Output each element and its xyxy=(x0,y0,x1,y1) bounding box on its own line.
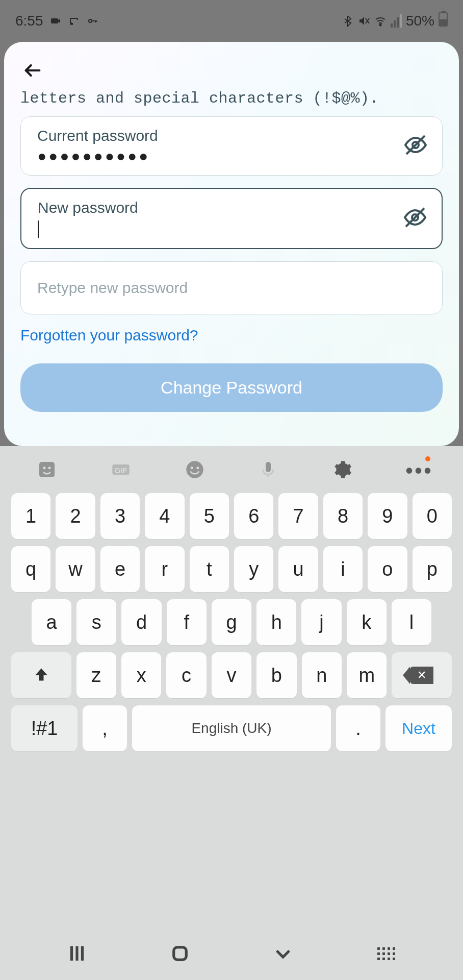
key-o[interactable]: o xyxy=(368,546,407,592)
retype-password-field[interactable]: Retype new password xyxy=(20,261,443,314)
key-f[interactable]: f xyxy=(167,599,207,645)
change-password-modal: letters and special characters (!$@%). C… xyxy=(4,42,459,446)
svg-point-16 xyxy=(186,461,203,478)
key-7[interactable]: 7 xyxy=(278,493,318,539)
status-left: 6:55 xyxy=(15,13,98,29)
retype-password-placeholder: Retype new password xyxy=(37,279,396,297)
key-r[interactable]: r xyxy=(145,546,184,592)
svg-point-17 xyxy=(190,467,193,469)
symbols-key[interactable]: !#1 xyxy=(11,705,78,751)
vpn-key-icon xyxy=(86,15,98,27)
cast-icon xyxy=(68,15,80,27)
svg-point-12 xyxy=(43,467,46,469)
new-password-value xyxy=(38,219,396,238)
key-d[interactable]: d xyxy=(121,599,161,645)
toggle-visibility-new-icon[interactable] xyxy=(403,205,427,232)
svg-rect-11 xyxy=(39,462,55,477)
key-1[interactable]: 1 xyxy=(11,493,50,539)
key-s[interactable]: s xyxy=(76,599,116,645)
period-key[interactable]: . xyxy=(336,705,380,751)
soft-keyboard: GIF ••• 1234567890 qwertyuiop asdfghjkl … xyxy=(0,446,463,980)
home-button[interactable] xyxy=(165,938,195,969)
recents-button[interactable] xyxy=(62,938,92,969)
key-t[interactable]: t xyxy=(190,546,229,592)
wifi-icon xyxy=(374,15,387,27)
key-x[interactable]: x xyxy=(121,652,161,698)
keyboard-toolbar: GIF ••• xyxy=(0,446,463,493)
key-j[interactable]: j xyxy=(301,599,341,645)
status-time: 6:55 xyxy=(15,13,43,29)
key-m[interactable]: m xyxy=(347,652,387,698)
key-p[interactable]: p xyxy=(413,546,452,592)
key-h[interactable]: h xyxy=(256,599,296,645)
next-key[interactable]: Next xyxy=(385,705,452,751)
toggle-visibility-current-icon[interactable] xyxy=(403,133,428,159)
key-l[interactable]: l xyxy=(392,599,431,645)
key-z[interactable]: z xyxy=(76,652,116,698)
key-0[interactable]: 0 xyxy=(413,493,452,539)
key-3[interactable]: 3 xyxy=(100,493,140,539)
back-button[interactable] xyxy=(20,58,45,83)
key-v[interactable]: v xyxy=(212,652,251,698)
svg-point-18 xyxy=(196,467,199,469)
change-password-button[interactable]: Change Password xyxy=(20,363,443,412)
svg-text:GIF: GIF xyxy=(114,466,127,475)
key-e[interactable]: e xyxy=(100,546,140,592)
system-nav-bar xyxy=(0,927,463,980)
key-q[interactable]: q xyxy=(11,546,50,592)
key-9[interactable]: 9 xyxy=(368,493,407,539)
new-password-field[interactable]: New password xyxy=(20,188,443,249)
bluetooth-icon xyxy=(342,15,354,27)
battery-icon xyxy=(439,12,448,30)
key-c[interactable]: c xyxy=(166,652,206,698)
key-i[interactable]: i xyxy=(323,546,363,592)
password-help-text: letters and special characters (!$@%). xyxy=(20,90,443,107)
shift-key[interactable] xyxy=(11,652,71,698)
keyboard-switch-button[interactable] xyxy=(371,938,401,969)
current-password-value: ●●●●●●●●●● xyxy=(37,148,396,165)
key-y[interactable]: y xyxy=(234,546,273,592)
key-row-bottom: !#1 , English (UK) . Next xyxy=(11,705,452,751)
svg-rect-19 xyxy=(266,462,271,472)
mute-icon xyxy=(358,15,370,27)
key-6[interactable]: 6 xyxy=(234,493,273,539)
key-k[interactable]: k xyxy=(347,599,387,645)
key-5[interactable]: 5 xyxy=(190,493,229,539)
key-u[interactable]: u xyxy=(278,546,318,592)
current-password-field[interactable]: Current password ●●●●●●●●●● xyxy=(20,116,443,176)
keyboard-keys: 1234567890 qwertyuiop asdfghjkl zxcvbnm … xyxy=(0,493,463,980)
back-nav-button[interactable] xyxy=(268,938,298,969)
backspace-key[interactable]: ✕ xyxy=(392,652,452,698)
svg-rect-23 xyxy=(174,947,187,960)
key-4[interactable]: 4 xyxy=(145,493,184,539)
gif-icon[interactable]: GIF xyxy=(109,457,133,482)
key-row-asdf: asdfghjkl xyxy=(11,599,452,645)
key-a[interactable]: a xyxy=(32,599,71,645)
key-2[interactable]: 2 xyxy=(56,493,95,539)
emoji-icon[interactable] xyxy=(183,457,207,482)
key-8[interactable]: 8 xyxy=(323,493,363,539)
sticker-icon[interactable] xyxy=(35,457,59,482)
svg-rect-0 xyxy=(51,18,58,23)
key-b[interactable]: b xyxy=(256,652,296,698)
status-right: 50% xyxy=(342,12,448,30)
battery-pct: 50% xyxy=(406,13,434,29)
more-icon[interactable]: ••• xyxy=(404,457,428,482)
svg-point-13 xyxy=(48,467,51,469)
key-row-zxcv: zxcvbnm ✕ xyxy=(11,652,452,698)
forgot-password-link[interactable]: Forgotten your password? xyxy=(20,327,443,344)
key-g[interactable]: g xyxy=(212,599,251,645)
current-password-label: Current password xyxy=(37,127,396,144)
comma-key[interactable]: , xyxy=(83,705,127,751)
key-row-qwerty: qwertyuiop xyxy=(11,546,452,592)
key-n[interactable]: n xyxy=(302,652,342,698)
mic-icon[interactable] xyxy=(256,457,280,482)
status-bar: 6:55 50% xyxy=(0,0,463,42)
space-key[interactable]: English (UK) xyxy=(132,705,331,751)
camera-icon xyxy=(49,15,62,27)
svg-point-5 xyxy=(379,24,381,26)
key-w[interactable]: w xyxy=(56,546,95,592)
gear-icon[interactable] xyxy=(330,457,354,482)
svg-point-2 xyxy=(89,19,92,22)
signal-icon xyxy=(391,14,402,28)
